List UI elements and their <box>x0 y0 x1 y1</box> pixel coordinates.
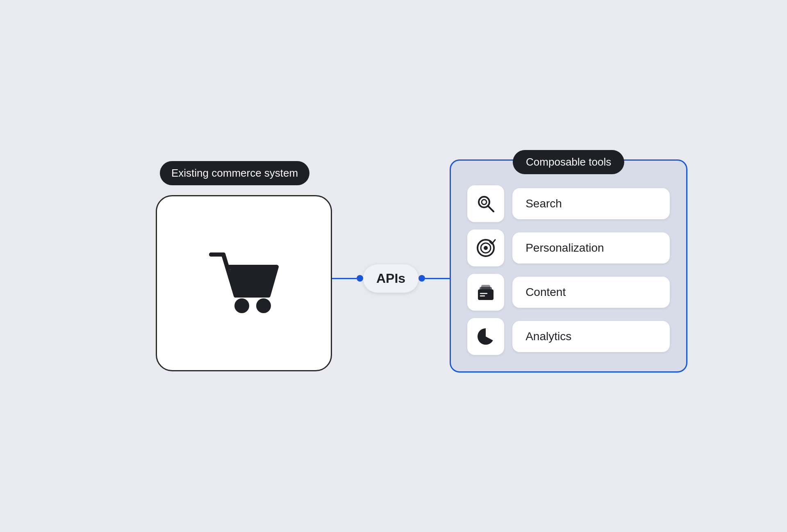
analytics-icon-box <box>467 318 504 355</box>
personalization-icon-box <box>467 230 504 266</box>
tool-row-content: Content <box>467 274 670 311</box>
analytics-icon <box>475 326 496 347</box>
search-icon <box>475 193 496 214</box>
connector-dot-right <box>419 275 425 282</box>
content-icon <box>475 282 496 302</box>
left-section: Existing commerce system <box>156 161 332 371</box>
connector-line-left <box>332 278 357 279</box>
svg-point-6 <box>482 200 487 205</box>
svg-rect-12 <box>481 285 490 292</box>
connector-row: APIs <box>332 264 450 293</box>
content-icon-box <box>467 274 504 311</box>
svg-point-9 <box>484 246 488 250</box>
content-label: Content <box>512 277 670 308</box>
svg-point-1 <box>256 298 271 313</box>
composable-tools-label: Composable tools <box>513 150 624 174</box>
svg-point-0 <box>234 298 249 313</box>
apis-label: APIs <box>363 264 419 293</box>
search-label: Search <box>512 188 670 219</box>
connector-line-right <box>425 278 450 279</box>
svg-line-5 <box>488 206 494 211</box>
commerce-box <box>156 195 332 371</box>
diagram-container: Existing commerce system APIs <box>123 82 664 450</box>
analytics-label: Analytics <box>512 321 670 352</box>
connector-dot-left <box>357 275 363 282</box>
tool-row-personalization: Personalization <box>467 230 670 266</box>
search-icon-box <box>467 185 504 222</box>
target-icon <box>475 238 496 258</box>
composable-container: Composable tools Search <box>450 159 687 373</box>
tool-row-search: Search <box>467 185 670 222</box>
cart-icon <box>203 246 285 320</box>
personalization-label: Personalization <box>512 232 670 264</box>
existing-commerce-label: Existing commerce system <box>160 161 309 185</box>
right-section: Composable tools Search <box>450 159 687 373</box>
tool-row-analytics: Analytics <box>467 318 670 355</box>
tools-grid: Search Personalization <box>467 185 670 355</box>
